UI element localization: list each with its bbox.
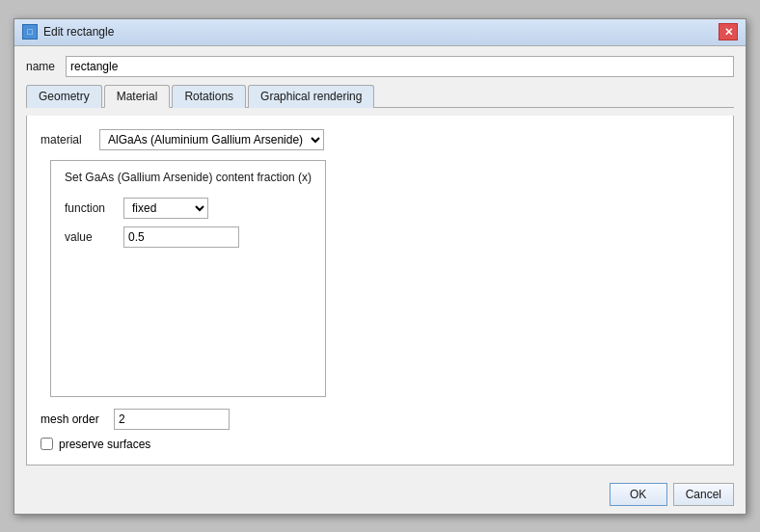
ok-button[interactable]: OK [610,483,667,506]
name-input[interactable] [66,56,734,77]
fraction-title: Set GaAs (Gallium Arsenide) content frac… [65,171,312,184]
edit-rectangle-window: □ Edit rectangle ✕ name Geometry Materia… [14,18,746,515]
value-input[interactable] [123,226,239,248]
preserve-surfaces-label: preserve surfaces [59,438,150,451]
fraction-box: Set GaAs (Gallium Arsenide) content frac… [50,160,326,397]
cancel-button[interactable]: Cancel [673,483,734,506]
material-label: material [41,133,94,146]
footer: OK Cancel [14,475,746,514]
material-select[interactable]: AlGaAs (Aluminium Gallium Arsenide) [99,129,324,150]
tab-rotations[interactable]: Rotations [172,85,246,108]
function-select[interactable]: fixed linear polynomial [123,198,208,219]
name-label: name [26,60,60,73]
title-bar: □ Edit rectangle ✕ [14,19,746,46]
window-body: name Geometry Material Rotations Graphic… [14,46,746,475]
tab-content-material: material AlGaAs (Aluminium Gallium Arsen… [26,116,734,466]
mesh-section: mesh order [41,409,719,430]
fraction-content: function fixed linear polynomial value [65,194,312,386]
tab-geometry[interactable]: Geometry [26,85,102,108]
title-bar-left: □ Edit rectangle [22,24,114,40]
tab-material[interactable]: Material [104,85,171,108]
mesh-order-input[interactable] [114,409,230,430]
value-label: value [65,230,118,244]
name-row: name [26,56,734,77]
close-button[interactable]: ✕ [719,23,738,40]
window-icon: □ [22,24,38,40]
function-label: function [65,201,118,215]
function-row: function fixed linear polynomial [65,198,312,219]
preserve-row: preserve surfaces [41,438,719,451]
material-row: material AlGaAs (Aluminium Gallium Arsen… [41,129,719,150]
window-title: Edit rectangle [43,25,114,39]
tab-graphical-rendering[interactable]: Graphical rendering [248,85,374,108]
tabs-bar: Geometry Material Rotations Graphical re… [26,85,734,108]
mesh-order-label: mesh order [41,412,108,426]
preserve-surfaces-checkbox[interactable] [41,438,53,450]
value-row: value [65,226,312,248]
